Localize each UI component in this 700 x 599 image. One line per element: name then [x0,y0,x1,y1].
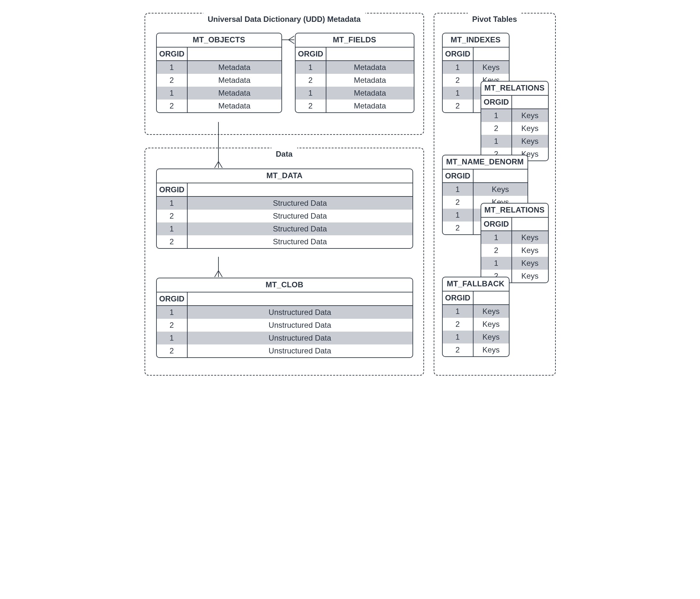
region-title: Data [271,148,297,160]
cell-orgid: 1 [481,257,512,270]
table-title: MT_CLOB [157,278,412,292]
cell-orgid: 1 [157,306,188,319]
table-row: 2Metadata [296,74,414,87]
column-header [188,292,412,305]
cell-orgid: 1 [157,223,188,235]
table-row: 2Keys [443,318,509,331]
table-row: 1Keys [443,331,509,343]
cell-orgid: 1 [481,135,512,148]
column-header [188,183,412,196]
table-mt-relations: MT_RELATIONSORGID1Keys2Keys1Keys2Keys [481,81,549,161]
cell-value: Metadata [188,87,281,100]
table-row: 1Metadata [157,61,281,74]
column-header: ORGID [157,292,188,305]
table-header-row: ORGID [157,292,412,306]
column-header: ORGID [443,48,474,60]
cell-value: Keys [512,135,548,148]
region-title: Universal Data Dictionary (UDD) Metadata [203,13,365,25]
cell-value: Keys [512,270,548,283]
cell-value: Keys [474,183,527,196]
cell-value: Keys [474,343,509,356]
table-row: 2Metadata [157,74,281,87]
cell-orgid: 2 [443,196,474,209]
cell-orgid: 1 [443,305,474,318]
cell-orgid: 1 [443,87,474,100]
table-header-row: ORGID [157,48,281,61]
cell-value: Structured Data [188,210,412,223]
cell-orgid: 1 [157,87,188,100]
cell-value: Keys [474,331,509,343]
table-header-row: ORGID [481,96,548,109]
cell-orgid: 2 [443,222,474,234]
table-row: 1Structured Data [157,197,412,210]
table-row: 1Metadata [296,87,414,100]
table-title: MT_INDEXES [443,33,509,48]
table-title: MT_RELATIONS [481,81,548,96]
cell-value: Keys [474,61,509,74]
cell-orgid: 1 [481,109,512,122]
table-title: MT_NAME_DENORM [443,155,527,170]
column-header: ORGID [157,183,188,196]
cell-value: Keys [512,244,548,257]
table-row: 1Metadata [296,61,414,74]
cell-value: Structured Data [188,223,412,235]
column-header [474,291,509,304]
cell-orgid: 2 [296,74,326,87]
column-header: ORGID [157,48,188,60]
table-title: MT_FALLBACK [443,277,509,291]
cell-value: Metadata [188,100,281,112]
cell-value: Keys [512,122,548,135]
table-row: 1Keys [481,257,548,270]
cell-orgid: 1 [481,231,512,244]
table-row: 1Unstructured Data [157,332,412,344]
table-row: 2Unstructured Data [157,319,412,332]
table-row: 2Keys [481,244,548,257]
table-header-row: ORGID [157,183,412,197]
table-header-row: ORGID [296,48,414,61]
cell-orgid: 1 [443,183,474,196]
column-header [474,48,509,60]
table-mt-objects: MT_OBJECTSORGID1Metadata2Metadata1Metada… [156,33,282,113]
column-header: ORGID [296,48,326,60]
cell-value: Keys [474,318,509,331]
table-mt-data: MT_DATAORGID1Structured Data2Structured … [156,168,413,249]
table-header-row: ORGID [443,170,527,183]
cell-orgid: 2 [157,319,188,332]
table-title: MT_RELATIONS [481,204,548,218]
cell-value: Unstructured Data [188,306,412,319]
table-row: 1Keys [443,61,509,74]
diagram-canvas: Universal Data Dictionary (UDD) Metadata… [145,13,556,443]
table-row: 1Metadata [157,87,281,100]
cell-orgid: 2 [481,122,512,135]
cell-value: Metadata [326,87,414,100]
cell-value: Structured Data [188,197,412,210]
column-header [512,218,548,231]
cell-orgid: 2 [157,344,188,357]
column-header [188,48,281,60]
region-pivot: Pivot Tables MT_INDEXESORGID1Keys2Keys1K… [434,13,556,375]
cell-orgid: 1 [157,332,188,344]
cell-orgid: 2 [443,318,474,331]
table-row: 1Keys [443,183,527,196]
column-header [474,170,527,182]
cell-value: Unstructured Data [188,319,412,332]
column-header: ORGID [443,291,474,304]
table-row: 1Structured Data [157,223,412,235]
table-header-row: ORGID [481,218,548,231]
cell-value: Metadata [326,74,414,87]
region-data: Data MT_DATAORGID1Structured Data2Struct… [145,148,424,375]
column-header [326,48,414,60]
cell-orgid: 1 [157,61,188,74]
cell-orgid: 1 [157,197,188,210]
cell-orgid: 2 [157,74,188,87]
table-mt-fields: MT_FIELDSORGID1Metadata2Metadata1Metadat… [295,33,415,113]
cell-orgid: 2 [443,74,474,87]
table-mt-clob: MT_CLOBORGID1Unstructured Data2Unstructu… [156,278,413,358]
table-title: MT_OBJECTS [157,33,281,48]
cell-orgid: 1 [443,209,474,222]
cell-value: Unstructured Data [188,332,412,344]
cell-orgid: 2 [443,343,474,356]
table-row: 1Keys [481,109,548,122]
column-header [512,96,548,108]
table-row: 2Structured Data [157,235,412,248]
